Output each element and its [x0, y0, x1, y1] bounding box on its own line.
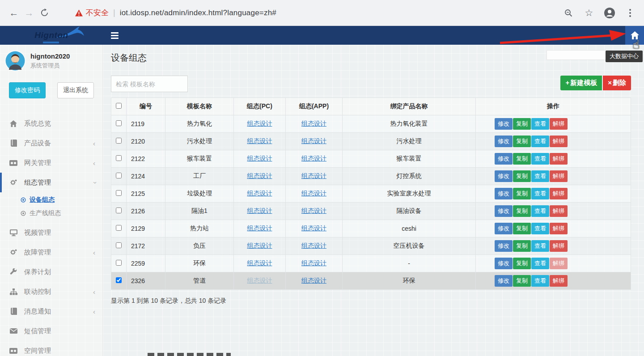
action-modify-button[interactable]: 修改: [495, 188, 513, 199]
action-unbind-button[interactable]: 解绑: [550, 275, 568, 287]
action-copy-button[interactable]: 复制: [513, 188, 531, 199]
pc-design-link[interactable]: 组态设计: [247, 172, 272, 179]
action-view-button[interactable]: 查看: [531, 240, 549, 252]
row-checkbox[interactable]: [116, 208, 122, 213]
app-design-link[interactable]: 组态设计: [301, 137, 326, 144]
action-view-button[interactable]: 查看: [531, 170, 549, 182]
action-copy-button[interactable]: 复制: [513, 170, 531, 182]
action-modify-button[interactable]: 修改: [495, 240, 513, 252]
action-unbind-button[interactable]: 解绑: [550, 240, 568, 252]
pc-design-link[interactable]: 组态设计: [247, 242, 272, 249]
action-view-button[interactable]: 查看: [531, 153, 549, 165]
sidebar-item-6[interactable]: 保养计划: [0, 262, 102, 282]
pc-design-link[interactable]: 组态设计: [247, 155, 272, 162]
app-design-link[interactable]: 组态设计: [301, 277, 326, 284]
action-modify-button[interactable]: 修改: [495, 153, 513, 165]
app-design-link[interactable]: 组态设计: [301, 155, 326, 162]
row-checkbox[interactable]: [116, 155, 122, 161]
action-view-button[interactable]: 查看: [531, 223, 549, 234]
pc-design-link[interactable]: 组态设计: [247, 207, 272, 214]
sidebar-item-0[interactable]: 系统总览: [0, 114, 102, 133]
app-design-link[interactable]: 组态设计: [301, 242, 326, 249]
action-copy-button[interactable]: 复制: [513, 118, 531, 130]
action-view-button[interactable]: 查看: [531, 205, 549, 217]
row-checkbox[interactable]: [116, 242, 122, 248]
app-design-link[interactable]: 组态设计: [301, 225, 326, 232]
zoom-out-icon[interactable]: [561, 5, 576, 21]
action-modify-button[interactable]: 修改: [495, 136, 513, 147]
sidebar-subitem-3-1[interactable]: 生产线组态: [0, 207, 102, 220]
sidebar-item-1[interactable]: 产品设备‹: [0, 133, 102, 153]
row-checkbox[interactable]: [116, 277, 122, 283]
action-unbind-button[interactable]: 解绑: [550, 223, 568, 234]
action-unbind-button[interactable]: 解绑: [550, 118, 568, 130]
bookmark-star-icon[interactable]: ☆: [581, 8, 597, 18]
security-warning-label[interactable]: 不安全: [86, 8, 109, 18]
action-modify-button[interactable]: 修改: [495, 275, 513, 287]
pc-design-link[interactable]: 组态设计: [247, 190, 272, 197]
sidebar-item-10[interactable]: 空间管理: [0, 341, 102, 356]
sidebar-item-8[interactable]: 消息通知‹: [0, 301, 102, 321]
action-view-button[interactable]: 查看: [531, 118, 549, 130]
row-checkbox[interactable]: [116, 225, 122, 231]
reload-icon[interactable]: [37, 5, 52, 21]
forward-icon[interactable]: →: [21, 5, 37, 21]
action-modify-button[interactable]: 修改: [495, 223, 513, 234]
action-unbind-button[interactable]: 解绑: [550, 205, 568, 217]
pc-design-link[interactable]: 组态设计: [247, 259, 272, 267]
action-modify-button[interactable]: 修改: [495, 170, 513, 182]
search-input[interactable]: [111, 76, 188, 92]
app-design-link[interactable]: 组态设计: [301, 259, 326, 267]
action-unbind-button[interactable]: 解绑: [550, 153, 568, 165]
select-all-checkbox[interactable]: [116, 103, 122, 109]
action-copy-button[interactable]: 复制: [513, 275, 531, 287]
sidebar-subitem-3-0[interactable]: 设备组态: [0, 193, 102, 207]
url-text[interactable]: iot.idosp.net/admin/index.html?language=…: [120, 8, 276, 17]
back-icon[interactable]: ←: [6, 5, 21, 21]
action-modify-button[interactable]: 修改: [495, 205, 513, 217]
address-bar[interactable]: 不安全 | iot.idosp.net/admin/index.html?lan…: [75, 8, 561, 18]
sidebar-item-7[interactable]: 联动控制‹: [0, 282, 102, 301]
pc-design-link[interactable]: 组态设计: [247, 277, 272, 284]
action-modify-button[interactable]: 修改: [495, 118, 513, 130]
row-checkbox[interactable]: [116, 260, 122, 266]
action-copy-button[interactable]: 复制: [513, 258, 531, 269]
pc-design-link[interactable]: 组态设计: [247, 120, 272, 127]
action-copy-button[interactable]: 复制: [513, 223, 531, 234]
action-view-button[interactable]: 查看: [531, 258, 549, 269]
row-checkbox[interactable]: [116, 173, 122, 178]
app-design-link[interactable]: 组态设计: [301, 207, 326, 214]
app-design-link[interactable]: 组态设计: [301, 190, 326, 197]
action-unbind-button[interactable]: 解绑: [550, 170, 568, 182]
user-avatar[interactable]: [4, 50, 26, 72]
logout-button[interactable]: 退出系统: [57, 82, 94, 98]
profile-avatar-icon[interactable]: [602, 5, 617, 21]
row-checkbox[interactable]: [116, 120, 122, 126]
action-unbind-button[interactable]: 解绑: [550, 136, 568, 147]
action-view-button[interactable]: 查看: [531, 188, 549, 199]
row-checkbox[interactable]: [116, 138, 122, 144]
action-copy-button[interactable]: 复制: [513, 240, 531, 252]
sidebar-item-9[interactable]: 短信管理: [0, 321, 102, 341]
action-view-button[interactable]: 查看: [531, 136, 549, 147]
app-design-link[interactable]: 组态设计: [301, 172, 326, 179]
app-design-link[interactable]: 组态设计: [301, 120, 326, 127]
action-copy-button[interactable]: 复制: [513, 153, 531, 165]
action-copy-button[interactable]: 复制: [513, 205, 531, 217]
row-checkbox[interactable]: [116, 190, 122, 196]
action-view-button[interactable]: 查看: [531, 275, 549, 287]
change-password-button[interactable]: 修改密码: [9, 82, 46, 98]
sidebar-item-4[interactable]: 视频管理: [0, 223, 102, 242]
pc-design-link[interactable]: 组态设计: [247, 225, 272, 232]
sidebar-item-2[interactable]: 网关管理‹: [0, 153, 102, 173]
new-template-button[interactable]: +新建模板: [560, 76, 602, 90]
action-unbind-button[interactable]: 解绑: [550, 258, 568, 269]
browser-menu-icon[interactable]: [623, 9, 638, 17]
sidebar-item-3[interactable]: 组态管理‹: [0, 173, 102, 192]
pc-design-link[interactable]: 组态设计: [247, 137, 272, 144]
hamburger-menu-icon[interactable]: [103, 26, 123, 45]
delete-button[interactable]: ×删除: [603, 76, 631, 90]
sidebar-item-5[interactable]: 故障管理‹: [0, 242, 102, 262]
action-unbind-button[interactable]: 解绑: [550, 188, 568, 199]
action-copy-button[interactable]: 复制: [513, 136, 531, 147]
